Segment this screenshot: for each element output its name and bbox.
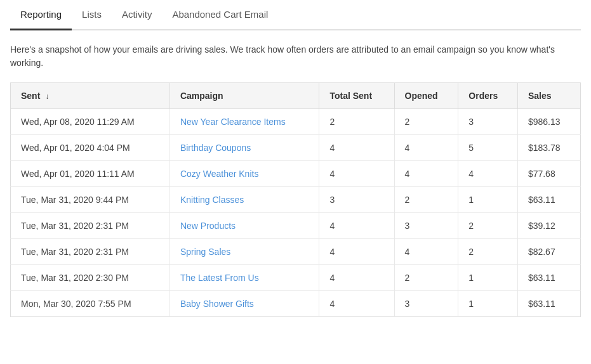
- cell-sales: $986.13: [517, 109, 580, 135]
- cell-total-sent: 4: [319, 291, 394, 317]
- table-row: Tue, Mar 31, 2020 2:31 PMSpring Sales442…: [11, 239, 581, 265]
- cell-sales: $63.11: [517, 265, 580, 291]
- cell-sales: $63.11: [517, 291, 580, 317]
- campaign-link[interactable]: Cozy Weather Knits: [180, 169, 258, 179]
- cell-sent: Tue, Mar 31, 2020 9:44 PM: [11, 187, 170, 213]
- reporting-table: Sent ↓ Campaign Total Sent Opened Orders…: [10, 82, 581, 317]
- campaign-link[interactable]: Spring Sales: [180, 247, 230, 257]
- table-row: Wed, Apr 01, 2020 4:04 PMBirthday Coupon…: [11, 135, 581, 161]
- cell-orders: 4: [458, 161, 518, 187]
- cell-sent: Tue, Mar 31, 2020 2:31 PM: [11, 213, 170, 239]
- cell-campaign: Knitting Classes: [169, 187, 319, 213]
- table-row: Tue, Mar 31, 2020 2:30 PMThe Latest From…: [11, 265, 581, 291]
- cell-total-sent: 4: [319, 213, 394, 239]
- cell-total-sent: 2: [319, 109, 394, 135]
- cell-opened: 2: [394, 187, 458, 213]
- campaign-link[interactable]: New Products: [180, 221, 236, 231]
- table-row: Wed, Apr 08, 2020 11:29 AMNew Year Clear…: [11, 109, 581, 135]
- cell-opened: 4: [394, 135, 458, 161]
- campaign-link[interactable]: Birthday Coupons: [180, 143, 251, 153]
- cell-sales: $39.12: [517, 213, 580, 239]
- campaign-link[interactable]: Baby Shower Gifts: [180, 299, 254, 309]
- cell-opened: 4: [394, 239, 458, 265]
- cell-sales: $82.67: [517, 239, 580, 265]
- cell-opened: 2: [394, 265, 458, 291]
- tab-abandoned-cart-email[interactable]: Abandoned Cart Email: [162, 0, 278, 30]
- cell-orders: 1: [458, 265, 518, 291]
- col-header-sent[interactable]: Sent ↓: [11, 83, 170, 109]
- cell-orders: 3: [458, 109, 518, 135]
- cell-campaign: Spring Sales: [169, 239, 319, 265]
- table-row: Tue, Mar 31, 2020 2:31 PMNew Products432…: [11, 213, 581, 239]
- cell-orders: 1: [458, 291, 518, 317]
- cell-campaign: New Year Clearance Items: [169, 109, 319, 135]
- cell-opened: 2: [394, 109, 458, 135]
- cell-sales: $183.78: [517, 135, 580, 161]
- nav-tabs: Reporting Lists Activity Abandoned Cart …: [10, 0, 581, 30]
- cell-total-sent: 4: [319, 135, 394, 161]
- tab-activity[interactable]: Activity: [112, 0, 163, 30]
- cell-sent: Tue, Mar 31, 2020 2:30 PM: [11, 265, 170, 291]
- col-header-campaign: Campaign: [169, 83, 319, 109]
- col-header-opened: Opened: [394, 83, 458, 109]
- col-header-orders: Orders: [458, 83, 518, 109]
- cell-sent: Wed, Apr 08, 2020 11:29 AM: [11, 109, 170, 135]
- cell-total-sent: 4: [319, 239, 394, 265]
- campaign-link[interactable]: Knitting Classes: [180, 195, 244, 205]
- col-header-sales: Sales: [517, 83, 580, 109]
- cell-opened: 3: [394, 213, 458, 239]
- cell-sent: Wed, Apr 01, 2020 11:11 AM: [11, 161, 170, 187]
- cell-sent: Tue, Mar 31, 2020 2:31 PM: [11, 239, 170, 265]
- table-row: Wed, Apr 01, 2020 11:11 AMCozy Weather K…: [11, 161, 581, 187]
- cell-campaign: Baby Shower Gifts: [169, 291, 319, 317]
- cell-campaign: Cozy Weather Knits: [169, 161, 319, 187]
- cell-sent: Mon, Mar 30, 2020 7:55 PM: [11, 291, 170, 317]
- cell-campaign: The Latest From Us: [169, 265, 319, 291]
- campaign-link[interactable]: New Year Clearance Items: [180, 117, 286, 127]
- cell-sent: Wed, Apr 01, 2020 4:04 PM: [11, 135, 170, 161]
- tab-lists[interactable]: Lists: [72, 0, 112, 30]
- cell-sales: $63.11: [517, 187, 580, 213]
- cell-total-sent: 4: [319, 265, 394, 291]
- cell-opened: 4: [394, 161, 458, 187]
- cell-orders: 2: [458, 239, 518, 265]
- cell-orders: 5: [458, 135, 518, 161]
- table-row: Mon, Mar 30, 2020 7:55 PMBaby Shower Gif…: [11, 291, 581, 317]
- table-header-row: Sent ↓ Campaign Total Sent Opened Orders…: [11, 83, 581, 109]
- cell-total-sent: 3: [319, 187, 394, 213]
- sort-down-icon: ↓: [45, 92, 49, 101]
- campaign-link[interactable]: The Latest From Us: [180, 273, 259, 283]
- cell-campaign: New Products: [169, 213, 319, 239]
- cell-orders: 2: [458, 213, 518, 239]
- col-header-total-sent: Total Sent: [319, 83, 394, 109]
- cell-opened: 3: [394, 291, 458, 317]
- cell-sales: $77.68: [517, 161, 580, 187]
- cell-orders: 1: [458, 187, 518, 213]
- page-container: Reporting Lists Activity Abandoned Cart …: [0, 0, 591, 364]
- description-text: Here's a snapshot of how your emails are…: [10, 43, 581, 70]
- tab-reporting[interactable]: Reporting: [10, 0, 72, 30]
- table-row: Tue, Mar 31, 2020 9:44 PMKnitting Classe…: [11, 187, 581, 213]
- cell-total-sent: 4: [319, 161, 394, 187]
- cell-campaign: Birthday Coupons: [169, 135, 319, 161]
